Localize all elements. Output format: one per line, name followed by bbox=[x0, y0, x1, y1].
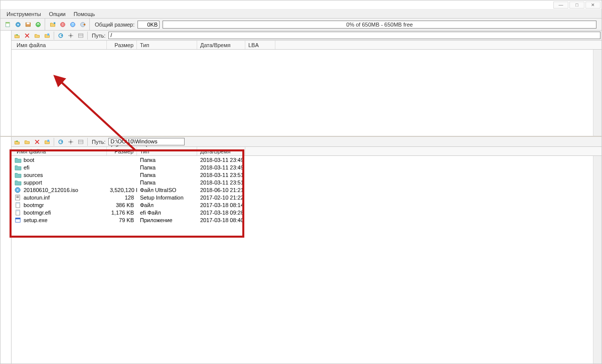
burn-button[interactable] bbox=[78, 20, 87, 29]
local-tree[interactable] bbox=[1, 137, 12, 363]
up-button[interactable] bbox=[13, 31, 22, 40]
menu-help[interactable]: Помощь bbox=[70, 10, 99, 18]
window-close-button[interactable]: ✕ bbox=[585, 2, 600, 9]
capacity-progress: 0% of 650MB - 650MB free bbox=[163, 21, 596, 29]
local-list-scrollbar[interactable] bbox=[593, 156, 601, 363]
list-item[interactable]: bootПапка2018-03-11 23:49 bbox=[12, 156, 593, 163]
svg-rect-5 bbox=[27, 23, 30, 24]
col-date[interactable]: Дата/Время bbox=[197, 147, 245, 155]
col-date[interactable]: Дата/Время bbox=[197, 41, 245, 49]
local-list-header: Имя файла Размер Тип Дата/Время bbox=[12, 147, 601, 156]
image-tree[interactable] bbox=[1, 31, 12, 136]
image-pane: Путь: / Имя файла Размер Тип Дата/Время … bbox=[1, 31, 601, 137]
file-name: bootmgr.efi bbox=[24, 210, 51, 216]
list-item[interactable]: setup.exe79 KBПриложение2017-03-18 08:40 bbox=[12, 216, 593, 224]
list-item[interactable]: sourcesПапка2018-03-11 23:51 bbox=[12, 171, 593, 178]
file-date: 2017-03-18 09:28 bbox=[197, 210, 245, 216]
svg-rect-19 bbox=[79, 34, 83, 38]
svg-rect-36 bbox=[17, 197, 19, 198]
new-button[interactable] bbox=[4, 20, 13, 29]
refresh-button[interactable] bbox=[56, 31, 65, 40]
file-size: 3,520,120 KB bbox=[107, 187, 137, 193]
col-type[interactable]: Тип bbox=[137, 41, 197, 49]
folder-icon bbox=[15, 164, 22, 170]
file-icon bbox=[15, 210, 22, 216]
file-date: 2017-03-18 08:40 bbox=[197, 217, 245, 223]
local-settings-button[interactable] bbox=[66, 137, 75, 146]
col-type[interactable]: Тип bbox=[137, 147, 197, 155]
file-type: Папка bbox=[137, 179, 197, 186]
svg-text:?: ? bbox=[72, 23, 74, 26]
file-name: support bbox=[24, 179, 42, 186]
close-icon: ✕ bbox=[591, 3, 595, 8]
col-size[interactable]: Размер bbox=[107, 147, 137, 155]
col-size[interactable]: Размер bbox=[107, 41, 137, 49]
list-item[interactable]: supportПапка2018-03-11 23:51 bbox=[12, 178, 593, 186]
list-item[interactable]: bootmgr.efi1,176 KBefi Файл2017-03-18 09… bbox=[12, 209, 593, 216]
saveas-button[interactable] bbox=[34, 20, 43, 29]
local-path-field[interactable]: D:\ОС\10\Windows (обновленная) bbox=[108, 138, 185, 145]
local-delete-button[interactable] bbox=[33, 137, 42, 146]
settings-button[interactable] bbox=[66, 31, 75, 40]
image-path-label: Путь: bbox=[90, 33, 107, 39]
file-type: Папка bbox=[137, 157, 197, 163]
local-open-folder-button[interactable] bbox=[43, 137, 52, 146]
extract-button[interactable]: i bbox=[58, 20, 67, 29]
properties-button[interactable] bbox=[43, 31, 52, 40]
col-name[interactable]: Имя файла bbox=[12, 147, 107, 155]
local-new-folder-button[interactable] bbox=[23, 137, 32, 146]
window-maximize-button[interactable]: □ bbox=[569, 2, 584, 9]
file-type: Приложение bbox=[137, 217, 197, 223]
info-button[interactable]: ? bbox=[68, 20, 77, 29]
menu-tools[interactable]: Инструменты bbox=[3, 10, 45, 18]
save-button[interactable] bbox=[24, 20, 33, 29]
svg-rect-40 bbox=[16, 210, 20, 211]
file-size: 79 KB bbox=[107, 217, 137, 223]
add-files-button[interactable] bbox=[48, 20, 57, 29]
svg-point-24 bbox=[70, 140, 72, 143]
main-toolbar: i ? Общий размер: 0KB 0% of 650MB - 650M… bbox=[1, 19, 601, 31]
view-button[interactable] bbox=[76, 31, 85, 40]
file-date: 2018-03-11 23:51 bbox=[197, 179, 245, 186]
svg-point-33 bbox=[17, 189, 19, 191]
menu-options[interactable]: Опции bbox=[45, 10, 70, 18]
col-lba[interactable]: LBA bbox=[245, 41, 275, 49]
local-pane-toolbar: Путь: D:\ОС\10\Windows (обновленная) bbox=[12, 137, 601, 147]
list-item[interactable]: 20180610_212016.iso3,520,120 KBФайл Ultr… bbox=[12, 186, 593, 194]
file-type: Файл UltraISO bbox=[137, 187, 197, 193]
svg-point-12 bbox=[47, 33, 50, 36]
folder-icon bbox=[15, 172, 22, 178]
file-size: 128 bbox=[107, 195, 137, 201]
list-item[interactable]: efiПапка2018-03-11 23:49 bbox=[12, 163, 593, 171]
file-type: Папка bbox=[137, 164, 197, 170]
delete-button[interactable] bbox=[23, 31, 32, 40]
file-date: 2018-06-10 21:21 bbox=[197, 187, 245, 193]
window-minimize-button[interactable]: — bbox=[553, 2, 568, 9]
total-size-label: Общий размер: bbox=[93, 22, 136, 28]
image-path-field[interactable]: / bbox=[108, 32, 600, 39]
list-item[interactable]: bootmgr386 KBФайл2017-03-18 08:14 bbox=[12, 201, 593, 209]
inf-icon bbox=[15, 195, 22, 201]
list-item[interactable]: autorun.inf128Setup Information2017-02-1… bbox=[12, 194, 593, 201]
local-refresh-button[interactable] bbox=[56, 137, 65, 146]
folder-icon bbox=[15, 179, 22, 186]
local-up-button[interactable] bbox=[13, 137, 22, 146]
maximize-icon: □ bbox=[575, 3, 578, 8]
svg-point-3 bbox=[18, 24, 19, 25]
file-type: efi Файл bbox=[137, 210, 197, 216]
image-file-list[interactable] bbox=[12, 50, 593, 136]
image-list-header: Имя файла Размер Тип Дата/Время LBA bbox=[12, 41, 601, 50]
local-file-list[interactable]: bootПапка2018-03-11 23:49efiПапка2018-03… bbox=[12, 156, 593, 363]
file-type: Папка bbox=[137, 172, 197, 178]
file-name: efi bbox=[24, 164, 30, 170]
local-view-button[interactable] bbox=[76, 137, 85, 146]
file-name: sources bbox=[24, 172, 43, 178]
file-size: 1,176 KB bbox=[107, 210, 137, 216]
open-button[interactable] bbox=[14, 20, 23, 29]
local-pane: Путь: D:\ОС\10\Windows (обновленная) Имя… bbox=[1, 137, 601, 363]
col-name[interactable]: Имя файла bbox=[12, 41, 107, 49]
new-folder-button[interactable] bbox=[33, 31, 42, 40]
capacity-progress-text: 0% of 650MB - 650MB free bbox=[346, 22, 413, 28]
image-list-scrollbar[interactable] bbox=[593, 50, 601, 136]
svg-point-22 bbox=[47, 139, 50, 142]
